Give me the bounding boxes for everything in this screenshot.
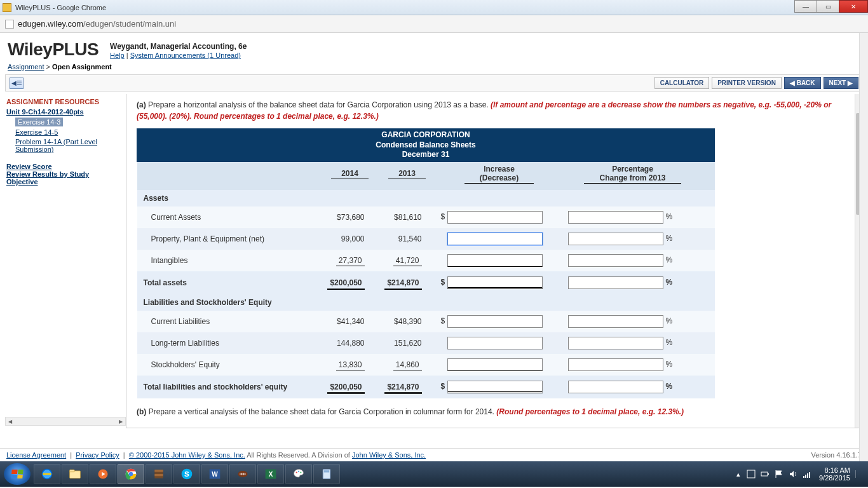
- assignment-toolbar: ◀☰ CALCULATOR PRINTER VERSION ◀ BACK NEX…: [5, 74, 863, 92]
- taskbar-football[interactable]: [229, 464, 256, 484]
- section-assets: Assets: [137, 190, 715, 207]
- row-current-assets: Current Assets $73,680 $81,610 $ %: [137, 207, 715, 228]
- wiley-link[interactable]: John Wiley & Sons, Inc.: [352, 451, 426, 459]
- svg-text:X: X: [269, 471, 273, 478]
- show-desktop-button[interactable]: [855, 470, 862, 478]
- review-score-link[interactable]: Review Score: [6, 163, 52, 170]
- review-results-link[interactable]: Review Results by Study Objective: [6, 170, 122, 186]
- input-inc-current-assets[interactable]: [447, 211, 543, 224]
- taskbar-mediaplayer[interactable]: [90, 464, 116, 484]
- next-button[interactable]: NEXT ▶: [824, 77, 858, 89]
- course-title: Weygandt, Managerial Accounting, 6e: [110, 39, 247, 51]
- input-inc-longterm-liab[interactable]: [447, 337, 543, 349]
- copyright-link[interactable]: © 2000-2015 John Wiley & Sons, Inc.: [129, 451, 245, 459]
- window-titlebar: WileyPLUS - Google Chrome ― ▭ ✕: [0, 0, 868, 15]
- input-inc-ppe[interactable]: [447, 233, 543, 245]
- battery-icon[interactable]: [761, 470, 770, 478]
- input-inc-current-liab[interactable]: [447, 315, 543, 328]
- taskbar-skype[interactable]: S: [173, 464, 200, 484]
- input-pct-total-assets[interactable]: [568, 276, 663, 289]
- footer: License Agreement | Privacy Policy | © 2…: [0, 448, 868, 461]
- system-announcements-link[interactable]: System Announcements (1 Unread): [130, 51, 241, 59]
- input-pct-current-assets[interactable]: [568, 211, 663, 224]
- svg-rect-2: [70, 470, 75, 471]
- taskbar-excel[interactable]: X: [257, 464, 284, 484]
- taskbar-word[interactable]: W: [201, 464, 228, 484]
- input-pct-total-liab[interactable]: [568, 381, 663, 393]
- instruction-a: (a) Prepare a horizontal analysis of the…: [130, 97, 851, 127]
- svg-rect-7: [154, 470, 163, 471]
- unit-link[interactable]: Unit 9-Ch14-2012-40pts: [6, 108, 84, 116]
- input-inc-total-liab[interactable]: [447, 381, 543, 393]
- wp-header: WileyPLUS Weygandt, Managerial Accountin…: [0, 33, 868, 61]
- breadcrumb-current: Open Assignment: [52, 63, 112, 71]
- row-total-assets: Total assets $200,050 $214,870 $ %: [137, 271, 715, 294]
- minimize-button[interactable]: ―: [794, 0, 817, 13]
- sidebar-item-prob14-1a[interactable]: Problem 14-1A (Part Level Submission): [15, 138, 122, 153]
- taskbar: S W X ▴ 8:16 AM 9/28/2015: [0, 461, 868, 487]
- input-inc-equity[interactable]: [447, 358, 543, 371]
- taskbar-winrar[interactable]: [146, 464, 172, 484]
- svg-point-16: [296, 471, 297, 473]
- row-intangibles: Intangibles 27,370 41,720 %: [137, 250, 715, 271]
- tray-up-icon[interactable]: ▴: [736, 470, 740, 478]
- help-link[interactable]: Help: [110, 51, 125, 59]
- balance-sheet-table: GARCIA CORPORATION Condensed Balance She…: [137, 128, 715, 398]
- exercise-panel: (a) Prepare a horizontal analysis of the…: [126, 94, 863, 428]
- taskbar-calculator[interactable]: [313, 464, 340, 484]
- svg-point-18: [300, 471, 301, 473]
- sidebar-item-ex14-5[interactable]: Exercise 14-5: [15, 128, 58, 136]
- printer-version-button[interactable]: PRINTER VERSION: [712, 77, 782, 89]
- windows-logo-icon: [11, 470, 23, 478]
- svg-rect-8: [154, 474, 163, 476]
- row-longterm-liabilities: Long-term Liabilities 144,880 151,620 %: [137, 332, 715, 354]
- row-total-liab-equity: Total liabilities and stockholders' equi…: [137, 376, 715, 398]
- svg-rect-22: [761, 472, 768, 476]
- maximize-button[interactable]: ▭: [817, 0, 839, 13]
- input-pct-equity[interactable]: [568, 358, 663, 371]
- taskbar-ie[interactable]: [34, 464, 60, 484]
- svg-rect-24: [803, 476, 804, 478]
- input-inc-intangibles[interactable]: [447, 254, 543, 267]
- instruction-b: (b) Prepare a vertical analysis of the b…: [130, 400, 851, 423]
- svg-rect-26: [807, 473, 808, 478]
- hscroll-right-icon[interactable]: ▶: [116, 417, 125, 425]
- calculator-button[interactable]: CALCULATOR: [654, 77, 710, 89]
- taskbar-chrome[interactable]: [118, 464, 144, 484]
- volume-icon[interactable]: [789, 470, 797, 478]
- breadcrumb: Assignment > Open Assignment: [0, 61, 868, 74]
- close-button[interactable]: ✕: [839, 0, 868, 13]
- svg-point-5: [129, 472, 133, 477]
- input-pct-ppe[interactable]: [568, 233, 663, 245]
- input-inc-total-assets[interactable]: [447, 276, 543, 289]
- network-icon[interactable]: [803, 470, 811, 478]
- input-pct-current-liab[interactable]: [568, 315, 663, 328]
- sidebar-item-ex14-3[interactable]: Exercise 14-3: [15, 118, 63, 126]
- sidebar: ASSIGNMENT RESOURCES Unit 9-Ch14-2012-40…: [5, 94, 126, 428]
- license-agreement-link[interactable]: License Agreement: [6, 451, 66, 459]
- section-liabilities: Liabilities and Stockholders' Equity: [137, 294, 715, 311]
- menu-toggle-button[interactable]: ◀☰: [10, 78, 24, 89]
- input-pct-intangibles[interactable]: [568, 254, 663, 267]
- url-text[interactable]: edugen.wiley.com/edugen/student/main.uni: [18, 19, 176, 29]
- back-button[interactable]: ◀ BACK: [784, 77, 821, 89]
- sidebar-heading: ASSIGNMENT RESOURCES: [6, 98, 122, 105]
- action-center-icon[interactable]: [747, 470, 756, 478]
- svg-text:S: S: [184, 470, 189, 478]
- taskbar-explorer[interactable]: [62, 464, 88, 484]
- privacy-policy-link[interactable]: Privacy Policy: [76, 451, 119, 459]
- app-icon: [3, 3, 11, 12]
- row-stockholders-equity: Stockholders' Equity 13,830 14,860 %: [137, 354, 715, 376]
- sidebar-hscroll[interactable]: ◀ ▶: [5, 417, 126, 426]
- taskbar-paint[interactable]: [285, 464, 312, 484]
- svg-rect-21: [747, 470, 755, 478]
- start-button[interactable]: [4, 463, 31, 485]
- row-ppe: Property, Plant & Equipment (net) 99,000…: [137, 228, 715, 250]
- page-content: WileyPLUS Weygandt, Managerial Accountin…: [0, 33, 868, 461]
- hscroll-left-icon[interactable]: ◀: [6, 417, 15, 425]
- flag-icon[interactable]: [775, 470, 783, 478]
- browser-scrollbar[interactable]: [859, 33, 868, 461]
- input-pct-longterm-liab[interactable]: [568, 337, 663, 349]
- breadcrumb-assignment[interactable]: Assignment: [8, 63, 44, 71]
- clock[interactable]: 8:16 AM 9/28/2015: [819, 466, 850, 482]
